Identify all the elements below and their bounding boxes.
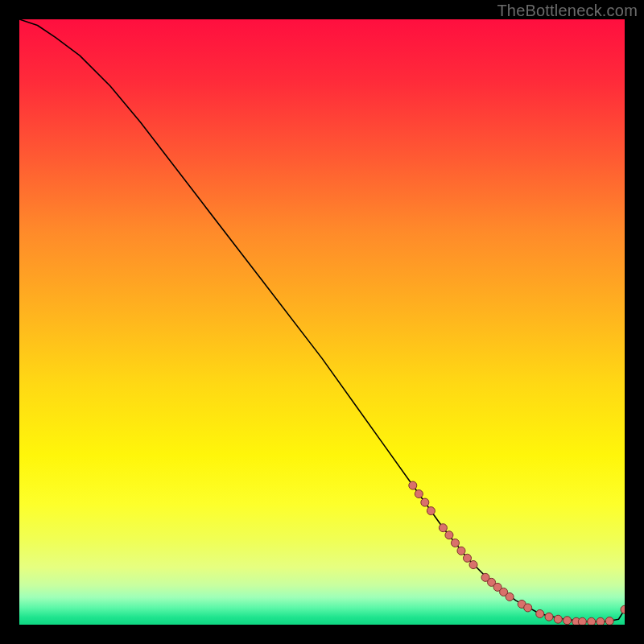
data-marker	[578, 617, 586, 625]
data-marker	[427, 507, 435, 515]
data-marker	[597, 617, 605, 625]
data-marker	[451, 539, 459, 547]
data-marker	[463, 554, 471, 562]
chart-frame: TheBottleneck.com	[0, 0, 644, 644]
data-marker	[445, 531, 453, 539]
data-marker	[409, 481, 417, 489]
data-marker	[439, 524, 447, 532]
data-marker	[506, 592, 514, 601]
data-marker	[545, 613, 553, 621]
data-marker	[554, 615, 562, 623]
data-marker	[415, 490, 423, 498]
plot-area	[19, 19, 625, 625]
watermark-text: TheBottleneck.com	[497, 2, 638, 20]
data-marker	[421, 498, 429, 506]
data-marker	[524, 604, 532, 612]
data-marker	[588, 617, 596, 625]
data-marker	[605, 617, 613, 625]
gradient-background	[19, 19, 625, 625]
data-marker	[457, 547, 465, 555]
data-marker	[469, 561, 477, 569]
chart-svg	[19, 19, 625, 625]
data-marker	[564, 617, 572, 625]
data-marker	[536, 609, 544, 617]
